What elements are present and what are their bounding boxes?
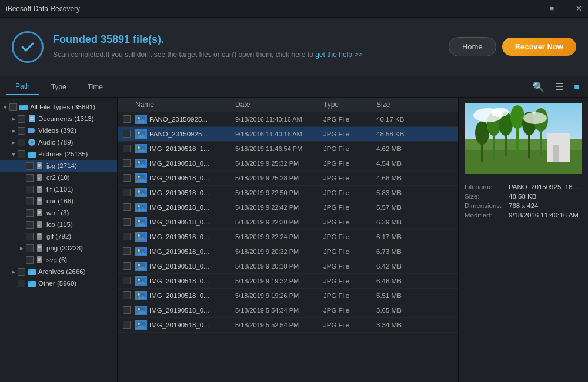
svg-rect-34: [38, 225, 40, 226]
menu-icon[interactable]: ≡: [549, 5, 554, 12]
file-name: IMG_20190518_0...: [149, 219, 235, 226]
row-checkbox[interactable]: [118, 174, 135, 183]
file-type: JPG File: [323, 204, 376, 211]
row-checkbox[interactable]: [118, 189, 135, 197]
table-row[interactable]: IMG_20190518_0... 5/18/2019 5:52:54 PM J…: [118, 318, 458, 333]
tab-path[interactable]: Path: [6, 79, 39, 95]
table-row[interactable]: IMG_20190518_0... 5/18/2019 9:22:42 PM J…: [118, 200, 458, 215]
tree-item[interactable]: ▼All File Types (35891): [0, 101, 117, 113]
modified-value: 9/18/2016 11:40:16 AM: [509, 212, 579, 219]
tab-bar: Path Type Time 🔍 ☰ ■: [0, 76, 588, 98]
svg-rect-14: [38, 166, 40, 167]
svg-rect-10: [28, 152, 31, 153]
tree-item[interactable]: ►Documents (1313): [0, 113, 117, 125]
row-checkbox[interactable]: [118, 130, 135, 139]
main-content: ▼All File Types (35891)►Documents (1313)…: [0, 98, 588, 382]
table-row[interactable]: IMG_20190518_0... 5/18/2019 9:22:24 PM J…: [118, 230, 458, 244]
tree-item[interactable]: ►Archives (2666): [0, 266, 117, 277]
table-row[interactable]: IMG_20190518_0... 5/18/2019 9:19:32 PM J…: [118, 274, 458, 289]
tree-item[interactable]: tif (1101): [0, 183, 117, 195]
close-button[interactable]: ✕: [576, 5, 582, 12]
tree-item[interactable]: cur (166): [0, 195, 117, 207]
filename-value: PANO_20150925_1656...: [509, 183, 582, 190]
tree-item[interactable]: jpg (2714): [0, 160, 117, 172]
file-type: JPG File: [323, 248, 376, 255]
svg-rect-21: [38, 189, 41, 189]
table-row[interactable]: IMG_20190518_0... 5/18/2019 9:22:30 PM J…: [118, 215, 458, 230]
tree-item[interactable]: cr2 (10): [0, 172, 117, 183]
svg-point-82: [138, 220, 140, 222]
tree-item[interactable]: ico (115): [0, 219, 117, 230]
list-view-icon[interactable]: ☰: [553, 80, 566, 93]
scan-result-title: Founded 35891 file(s).: [53, 33, 439, 46]
row-checkbox[interactable]: [118, 145, 135, 153]
row-checkbox[interactable]: [118, 115, 135, 124]
file-name: IMG_20190518_0...: [149, 292, 235, 299]
row-checkbox[interactable]: [118, 291, 135, 300]
table-row[interactable]: PANO_20150925... 9/18/2016 11:40:16 AM J…: [118, 112, 458, 127]
file-thumbnail: [135, 247, 147, 256]
svg-point-8: [31, 141, 33, 143]
file-date: 5/18/2019 9:22:30 PM: [235, 219, 323, 226]
table-row[interactable]: IMG_20190518_0... 5/18/2019 9:25:28 PM J…: [118, 171, 458, 186]
svg-rect-17: [38, 177, 41, 177]
file-type: JPG File: [323, 321, 376, 329]
tab-type[interactable]: Type: [42, 79, 76, 95]
table-row[interactable]: IMG_20190518_0... 5/18/2019 9:20:18 PM J…: [118, 259, 458, 274]
tree-item[interactable]: wmf (3): [0, 207, 117, 219]
table-row[interactable]: IMG_20190518_0... 5/18/2019 9:20:32 PM J…: [118, 244, 458, 259]
row-checkbox[interactable]: [118, 262, 135, 271]
svg-rect-38: [38, 237, 40, 237]
search-icon[interactable]: 🔍: [530, 80, 547, 93]
file-size: 6.73 MB: [376, 248, 423, 255]
svg-point-74: [138, 190, 140, 193]
recover-now-button[interactable]: Recover Now: [502, 38, 576, 56]
grid-view-icon[interactable]: ■: [572, 81, 582, 93]
tree-item[interactable]: ▼Pictures (25135): [0, 148, 117, 160]
detail-filename: Filename: PANO_20150925_1656...: [465, 183, 582, 190]
home-button[interactable]: Home: [449, 37, 496, 56]
row-checkbox[interactable]: [118, 306, 135, 315]
file-date: 5/18/2019 9:22:24 PM: [235, 233, 323, 240]
file-type: JPG File: [323, 116, 376, 123]
row-checkbox[interactable]: [118, 218, 135, 227]
tree-item[interactable]: ►Audio (789): [0, 136, 117, 148]
tab-time[interactable]: Time: [78, 79, 112, 95]
tree-item[interactable]: Other (5960): [0, 277, 117, 289]
col-type-header: Type: [323, 100, 376, 109]
table-row[interactable]: PANO_20150925... 9/18/2016 11:40:16 AM J…: [118, 127, 458, 142]
table-row[interactable]: IMG_20190518_0... 5/18/2019 9:22:50 PM J…: [118, 186, 458, 200]
row-checkbox[interactable]: [118, 203, 135, 212]
row-checkbox[interactable]: [118, 247, 135, 256]
tree-item[interactable]: gif (792): [0, 230, 117, 242]
help-link[interactable]: get the help >>: [315, 51, 362, 59]
svg-rect-5: [28, 128, 34, 133]
detail-modified: Modified: 9/18/2016 11:40:16 AM: [465, 212, 582, 219]
minimize-button[interactable]: —: [561, 5, 569, 12]
row-checkbox[interactable]: [118, 321, 135, 330]
svg-rect-37: [38, 236, 41, 236]
row-checkbox[interactable]: [118, 159, 135, 168]
svg-rect-45: [38, 259, 41, 260]
file-size: 5.83 MB: [376, 189, 423, 196]
table-row[interactable]: IMG_20190518_0... 5/18/2019 5:54:34 PM J…: [118, 303, 458, 318]
table-row[interactable]: IMG_20190518_1... 5/18/2019 11:46:54 PM …: [118, 142, 458, 156]
file-name: IMG_20190518_0...: [149, 233, 235, 240]
file-date: 5/18/2019 9:20:32 PM: [235, 248, 323, 255]
svg-rect-13: [38, 165, 41, 166]
file-name: IMG_20190518_0...: [149, 277, 235, 284]
file-date: 5/18/2019 9:20:18 PM: [235, 263, 323, 270]
row-checkbox[interactable]: [118, 233, 135, 242]
svg-rect-2: [29, 115, 35, 122]
file-size: 40.17 KB: [376, 116, 423, 123]
scan-result-subtitle: Scan completed.If you still don't see th…: [53, 49, 439, 60]
table-row[interactable]: IMG_20190518_0... 5/18/2019 9:25:32 PM J…: [118, 156, 458, 171]
tree-item[interactable]: svg (6): [0, 254, 117, 266]
file-thumbnail: [135, 129, 147, 139]
tree-item[interactable]: ►Videos (392): [0, 125, 117, 136]
row-checkbox[interactable]: [118, 277, 135, 286]
preview-image: [465, 103, 582, 174]
tree-item[interactable]: ►png (20228): [0, 242, 117, 254]
file-type: JPG File: [323, 189, 376, 196]
table-row[interactable]: IMG_20190518_0... 5/18/2019 9:19:26 PM J…: [118, 289, 458, 303]
